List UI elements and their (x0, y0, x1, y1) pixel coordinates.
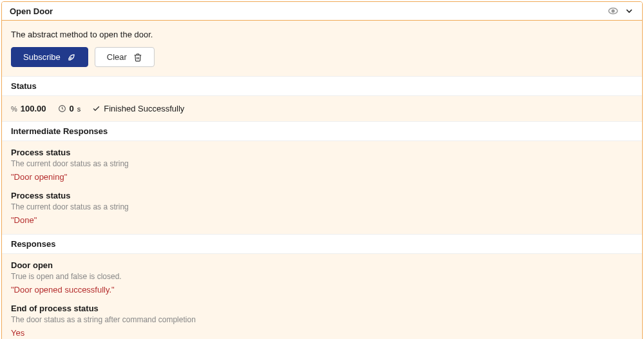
response-item-desc: True is open and false is closed. (11, 272, 633, 281)
command-panel: Open Door The abstract method to open th… (1, 1, 643, 339)
response-item: End of process status The door status as… (11, 304, 633, 338)
response-item-value: "Door opened successfully." (11, 285, 633, 295)
section-header-responses: Responses (2, 234, 642, 254)
status-percent: % 100.00 (11, 104, 46, 113)
intermediate-block: Process status The current door status a… (2, 141, 642, 234)
status-percent-value: 100.00 (21, 104, 46, 113)
clear-button[interactable]: Clear (95, 47, 155, 67)
percent-icon: % (11, 105, 17, 113)
response-item-title: Process status (11, 148, 633, 157)
response-item-value: "Done" (11, 215, 633, 225)
response-item-title: Process status (11, 191, 633, 200)
response-item-desc: The door status as a string after comman… (11, 315, 633, 324)
panel-header-actions (607, 5, 634, 17)
subscribe-button[interactable]: Subscribe (11, 47, 88, 67)
panel-description: The abstract method to open the door. (2, 21, 642, 47)
check-icon (92, 104, 100, 113)
status-duration-value: 0 (70, 104, 74, 113)
response-item: Process status The current door status a… (11, 148, 633, 182)
button-row: Subscribe Clear (2, 47, 642, 76)
subscribe-button-label: Subscribe (23, 52, 61, 62)
status-result: Finished Successfully (92, 104, 184, 113)
eye-icon[interactable] (607, 5, 619, 17)
response-item-desc: The current door status as a string (11, 159, 633, 168)
section-header-status: Status (2, 76, 642, 96)
responses-block: Door open True is open and false is clos… (2, 254, 642, 339)
status-duration-unit: s (77, 105, 81, 113)
response-item: Process status The current door status a… (11, 191, 633, 225)
section-header-intermediate: Intermediate Responses (2, 121, 642, 141)
panel-title: Open Door (10, 6, 53, 16)
response-item-value: Yes (11, 328, 633, 338)
panel-header: Open Door (2, 2, 642, 21)
status-result-text: Finished Successfully (104, 104, 184, 113)
status-duration: 0 s (58, 104, 81, 113)
response-item-value: "Door opening" (11, 172, 633, 182)
status-row: % 100.00 0 s Finished Successfully (2, 96, 642, 121)
response-item-desc: The current door status as a string (11, 202, 633, 211)
rocket-icon (67, 53, 76, 62)
response-item-title: Door open (11, 260, 633, 270)
clock-icon (58, 104, 66, 113)
chevron-down-icon[interactable] (624, 6, 634, 16)
svg-point-1 (612, 10, 614, 12)
response-item: Door open True is open and false is clos… (11, 260, 633, 295)
trash-icon (133, 53, 142, 62)
clear-button-label: Clear (107, 52, 127, 62)
response-item-title: End of process status (11, 304, 633, 313)
